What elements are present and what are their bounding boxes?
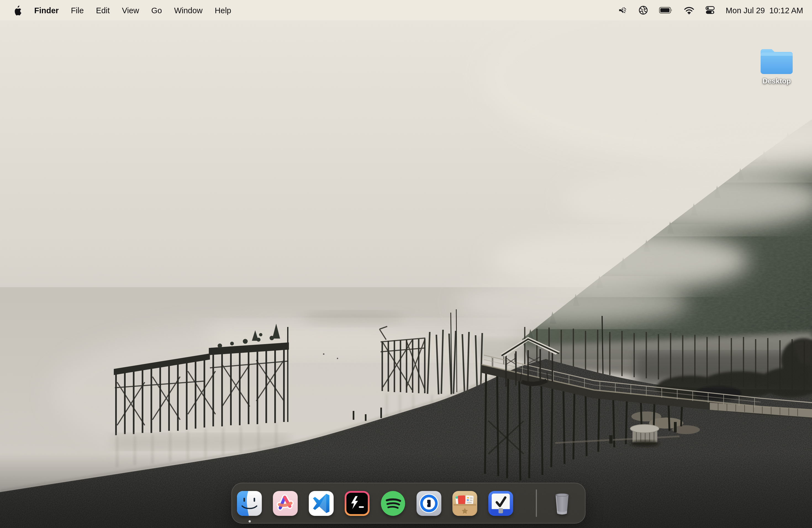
desktop-folder[interactable]: Desktop xyxy=(751,47,802,85)
folder-icon xyxy=(759,47,794,75)
menu-window[interactable]: Window xyxy=(168,0,208,20)
dock-item-finder[interactable] xyxy=(236,490,262,516)
desktop-folder-label: Desktop xyxy=(763,77,791,85)
one-password-icon xyxy=(416,490,442,516)
apple-logo-icon xyxy=(14,5,22,15)
menu-bar-left: Finder File Edit View Go Window Help xyxy=(0,0,237,20)
desktop-screen: Finder File Edit View Go Window Help xyxy=(0,0,812,528)
control-center-icon[interactable] xyxy=(700,0,720,20)
dock xyxy=(231,483,585,524)
menu-bar: Finder File Edit View Go Window Help xyxy=(0,0,812,20)
menu-edit[interactable]: Edit xyxy=(90,0,116,20)
volume-muted-icon[interactable] xyxy=(613,0,633,20)
menu-go[interactable]: Go xyxy=(145,0,168,20)
dock-item-tasks-app[interactable] xyxy=(488,490,514,516)
arc-browser-icon xyxy=(272,490,298,516)
menu-file[interactable]: File xyxy=(65,0,90,20)
menu-view[interactable]: View xyxy=(116,0,145,20)
trash-icon xyxy=(549,490,575,516)
dock-item-arc-browser[interactable] xyxy=(272,490,298,516)
active-app-menu[interactable]: Finder xyxy=(28,0,65,20)
desktop-area[interactable]: Desktop xyxy=(0,20,812,528)
apple-menu[interactable] xyxy=(8,0,28,20)
wifi-icon[interactable] xyxy=(678,0,700,20)
dock-item-cards-box-app[interactable] xyxy=(452,490,478,516)
spotify-icon xyxy=(380,490,406,516)
aperture-icon[interactable] xyxy=(633,0,653,20)
finder-icon xyxy=(236,490,262,516)
clock-date: Mon Jul 29 xyxy=(726,6,765,15)
menu-bar-status: Mon Jul 29 10:12 AM xyxy=(613,0,812,20)
dock-item-vscode[interactable] xyxy=(308,490,334,516)
dock-item-one-password[interactable] xyxy=(416,490,442,516)
finder-running-indicator xyxy=(248,520,250,522)
cards-box-app-icon xyxy=(452,490,478,516)
vscode-icon xyxy=(308,490,334,516)
menu-bar-clock[interactable]: Mon Jul 29 10:12 AM xyxy=(720,6,807,15)
dock-item-warp-terminal[interactable] xyxy=(344,490,370,516)
dock-separator xyxy=(536,489,537,517)
menu-help[interactable]: Help xyxy=(209,0,237,20)
clock-time: 10:12 AM xyxy=(769,6,803,15)
warp-terminal-icon xyxy=(344,490,370,516)
dock-item-spotify[interactable] xyxy=(380,490,406,516)
battery-icon[interactable] xyxy=(653,0,678,20)
dock-item-trash[interactable] xyxy=(549,490,575,516)
tasks-app-icon xyxy=(488,490,514,516)
